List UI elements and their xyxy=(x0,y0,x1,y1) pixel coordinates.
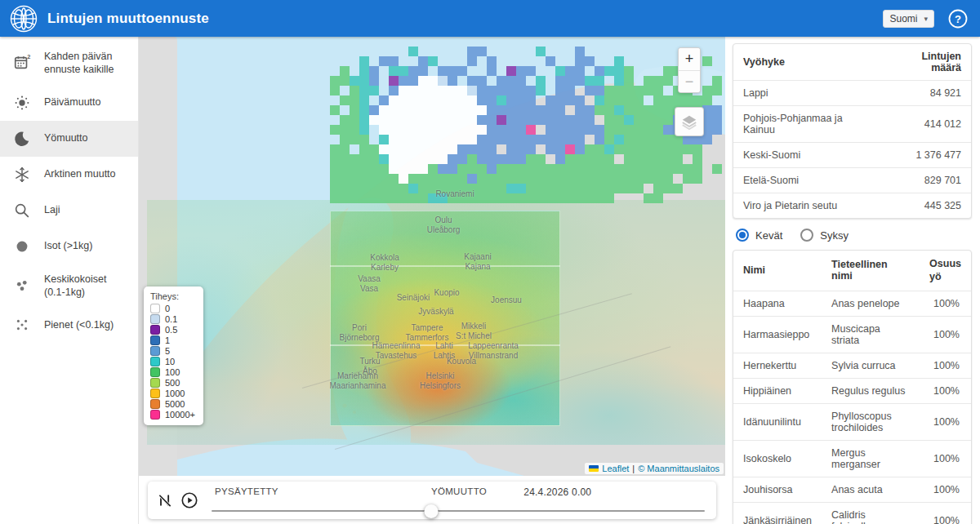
heatmap-cell xyxy=(536,115,546,125)
heatmap-cell xyxy=(575,56,585,66)
heatmap-cell xyxy=(350,105,359,115)
sidebar-item-p-iv-muutto[interactable]: Päivämuutto xyxy=(0,85,138,121)
heatmap-cell xyxy=(418,95,428,105)
sidebar-item-keskikokoiset-0-1-1kg-[interactable]: Keskikokoiset (0.1-1kg) xyxy=(0,264,138,308)
heatmap-cell xyxy=(497,105,506,115)
heatmap-cell xyxy=(487,125,497,135)
heatmap-cell xyxy=(565,184,575,193)
heatmap-cell xyxy=(506,86,516,95)
time-slider-thumb[interactable] xyxy=(425,504,439,518)
heatmap-cell xyxy=(448,144,457,154)
sidebar-item-label: Isot (>1kg) xyxy=(44,239,92,252)
heatmap-cell xyxy=(389,174,399,184)
heatmap-cell xyxy=(604,86,614,95)
map-column: RovaniemiOuluUleåborgKokkolaKarlebyKajaa… xyxy=(139,37,725,524)
heatmap-cell xyxy=(516,115,526,125)
sidebar-item-y-muutto[interactable]: Yömuutto xyxy=(0,121,138,157)
sidebar-item-pienet-0-1kg-[interactable]: Pienet (<0.1kg) xyxy=(0,307,138,343)
map-canvas[interactable]: RovaniemiOuluUleåborgKokkolaKarlebyKajaa… xyxy=(139,37,725,476)
heatmap-cell xyxy=(379,125,389,135)
heatmap-cell xyxy=(506,164,516,174)
heatmap-cell xyxy=(702,135,712,144)
language-select[interactable]: Suomi ▾ xyxy=(883,10,934,28)
species-share: 100% xyxy=(920,316,971,353)
season-radio-kevät[interactable]: Kevät xyxy=(736,229,782,242)
heatmap-cell xyxy=(497,115,506,125)
heatmap-cell xyxy=(634,95,644,105)
heatmap-cell xyxy=(702,95,712,105)
heatmap-cell xyxy=(369,144,379,154)
heatmap-cell xyxy=(497,135,506,144)
heatmap-cell xyxy=(555,115,565,125)
timebar-mode-label: YÖMUUTTO xyxy=(431,486,487,496)
help-button[interactable]: ? xyxy=(947,8,969,29)
heatmap-cell xyxy=(624,174,634,184)
heatmap-cell xyxy=(438,154,448,164)
heatmap-cell xyxy=(712,86,722,95)
heatmap-cell xyxy=(644,105,653,115)
legend-swatch xyxy=(150,378,160,388)
heatmap-cell xyxy=(399,86,408,95)
season-radio-syksy[interactable]: Syksy xyxy=(800,229,849,242)
layers-button[interactable] xyxy=(675,107,704,136)
leaflet-link[interactable]: Leaflet xyxy=(602,464,629,473)
table-row: JouhisorsaAnas acuta100% xyxy=(733,477,971,502)
time-slider[interactable] xyxy=(212,504,705,517)
play-button[interactable] xyxy=(179,490,200,511)
heatmap-cell xyxy=(350,86,359,95)
species-scientific-name: Anas acuta xyxy=(822,477,920,502)
heatmap-cell xyxy=(389,66,399,76)
heatmap-cell xyxy=(330,193,340,203)
heatmap-cell xyxy=(644,86,653,95)
species-col-scientific: Tieteellinen nimi xyxy=(822,251,920,291)
heatmap-cell xyxy=(536,184,546,193)
species-share: 100% xyxy=(920,378,971,403)
sidebar-item-kahden-p-iv-n-ennuste-kaikille[interactable]: 2Kahden päivän ennuste kaikille xyxy=(0,42,138,85)
heatmap-cell xyxy=(506,193,516,203)
heatmap-cell xyxy=(340,135,350,144)
heatmap-cell xyxy=(399,144,408,154)
heatmap-cell xyxy=(595,144,604,154)
heatmap-cell xyxy=(526,95,536,105)
heatmap-cell xyxy=(457,86,467,95)
heatmap-cell xyxy=(614,164,624,174)
heatmap-cell xyxy=(604,174,614,184)
heatmap-cell xyxy=(448,76,457,86)
playback-status: PYSÄYTETTY xyxy=(215,486,278,496)
zoom-in-button[interactable]: + xyxy=(679,48,700,70)
species-share: 100% xyxy=(920,440,971,477)
heatmap-cell xyxy=(340,76,350,86)
sidebar-item-isot-1kg-[interactable]: Isot (>1kg) xyxy=(0,229,138,264)
heatmap-cell xyxy=(340,66,350,76)
heatmap-cell xyxy=(487,164,497,174)
heatmap-cell xyxy=(555,76,565,86)
heatmap-cell xyxy=(614,86,624,95)
heatmap-cell xyxy=(350,115,359,125)
heatmap-cell xyxy=(634,86,644,95)
heatmap-cell xyxy=(506,76,516,86)
species-card: Nimi Tieteellinen nimi Osuus yö HaapanaA… xyxy=(733,250,972,524)
heatmap-cell xyxy=(516,144,526,154)
heatmap-cell xyxy=(477,115,487,125)
heatmap-cell xyxy=(408,115,418,125)
heatmap-cell xyxy=(408,86,418,95)
sidebar-item-arktinen-muutto[interactable]: Arktinen muutto xyxy=(0,157,138,193)
heatmap-cell xyxy=(408,125,418,135)
heatmap-cell xyxy=(418,154,428,164)
sidebar-item-laji[interactable]: Laji xyxy=(0,193,138,229)
zoom-out-button[interactable]: − xyxy=(679,70,700,92)
time-control-bar: PYSÄYTETTY YÖMUUTTO 24.4.2026 0.00 xyxy=(148,482,716,519)
heatmap-cell xyxy=(350,193,359,203)
heatmap-cell xyxy=(634,135,644,144)
animation-off-button[interactable] xyxy=(154,490,176,511)
heatmap-cell xyxy=(565,193,575,203)
heatmap-cell xyxy=(536,135,546,144)
heatmap-cell xyxy=(487,135,497,144)
heatmap-cell xyxy=(653,115,663,125)
legend-label: 0.1 xyxy=(165,314,177,324)
heatmap-cell xyxy=(399,95,408,105)
provider-link[interactable]: © Maanmittauslaitos xyxy=(638,464,719,473)
heatmap-cell xyxy=(516,193,526,203)
heatmap-cell xyxy=(379,154,389,164)
heatmap-cell xyxy=(399,66,408,76)
